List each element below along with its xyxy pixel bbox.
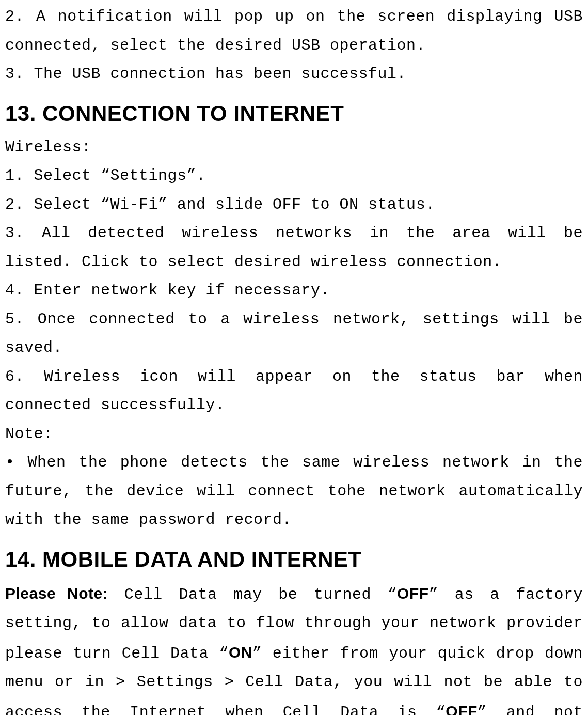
pn-off-2: OFF (446, 703, 478, 716)
note-label: Note: (5, 420, 583, 449)
wireless-step-1: 1. Select “Settings”. (5, 162, 583, 191)
wireless-step-6: 6. Wireless icon will appear on the stat… (5, 363, 583, 420)
pn-text-1: Cell Data may be turned “ (108, 586, 397, 603)
wireless-step-5: 5. Once connected to a wireless network,… (5, 305, 583, 363)
wireless-step-4: 4. Enter network key if necessary. (5, 276, 583, 305)
usb-step-2: 2. A notification will pop up on the scr… (5, 3, 583, 60)
please-note-label: Please Note: (5, 585, 108, 602)
section-13-heading: 13. CONNECTION TO INTERNET (5, 101, 583, 126)
pn-on: ON (229, 644, 252, 661)
section-14-heading: 14. MOBILE DATA AND INTERNET (5, 547, 583, 572)
pn-off-1: OFF (397, 585, 429, 602)
wireless-step-3: 3. All detected wireless networks in the… (5, 219, 583, 276)
wireless-step-2: 2. Select “Wi-Fi” and slide OFF to ON st… (5, 191, 583, 220)
please-note-paragraph: Please Note: Cell Data may be turned “OF… (5, 579, 583, 716)
usb-step-3: 3. The USB connection has been successfu… (5, 60, 583, 89)
wireless-label: Wireless: (5, 133, 583, 162)
note-bullet: • When the phone detects the same wirele… (5, 448, 583, 535)
